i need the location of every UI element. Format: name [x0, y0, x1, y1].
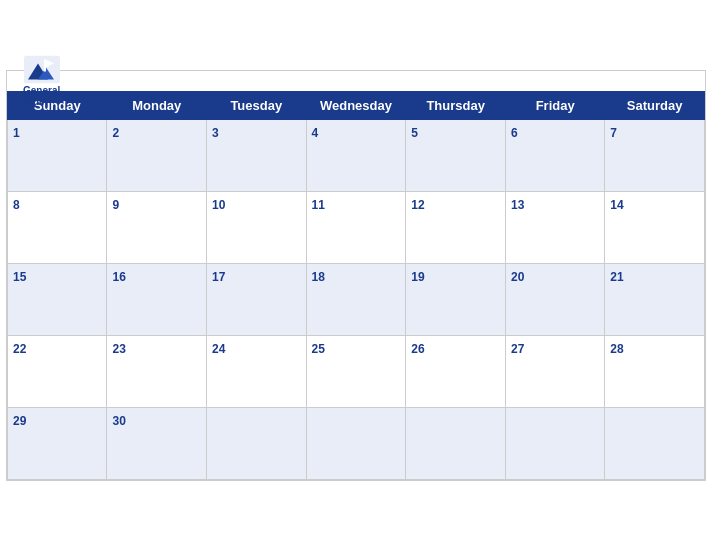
calendar-week-row: 15161718192021	[8, 263, 705, 335]
day-number: 8	[13, 198, 20, 212]
calendar-day-cell: 25	[306, 335, 406, 407]
calendar-day-cell: 20	[505, 263, 604, 335]
calendar-day-cell: 14	[605, 191, 705, 263]
day-number: 9	[112, 198, 119, 212]
calendar-day-cell	[605, 407, 705, 479]
day-number: 11	[312, 198, 325, 212]
calendar-day-cell: 30	[107, 407, 207, 479]
day-number: 10	[212, 198, 225, 212]
calendar-day-cell: 17	[207, 263, 307, 335]
calendar-day-cell	[505, 407, 604, 479]
calendar-day-cell: 2	[107, 119, 207, 191]
day-number: 16	[112, 270, 125, 284]
weekday-header: Saturday	[605, 91, 705, 119]
calendar-day-cell: 4	[306, 119, 406, 191]
weekday-header: Friday	[505, 91, 604, 119]
calendar-week-row: 891011121314	[8, 191, 705, 263]
calendar-day-cell: 21	[605, 263, 705, 335]
calendar-day-cell: 16	[107, 263, 207, 335]
day-number: 23	[112, 342, 125, 356]
day-number: 7	[610, 126, 617, 140]
calendar-day-cell: 15	[8, 263, 107, 335]
day-number: 22	[13, 342, 26, 356]
day-number: 14	[610, 198, 623, 212]
calendar-table: SundayMondayTuesdayWednesdayThursdayFrid…	[7, 91, 705, 480]
calendar-week-row: 1234567	[8, 119, 705, 191]
weekday-header-row: SundayMondayTuesdayWednesdayThursdayFrid…	[8, 91, 705, 119]
day-number: 25	[312, 342, 325, 356]
calendar-day-cell: 6	[505, 119, 604, 191]
calendar-body: 1234567891011121314151617181920212223242…	[8, 119, 705, 479]
day-number: 26	[411, 342, 424, 356]
logo: GeneralBlue	[23, 55, 60, 106]
logo-text: GeneralBlue	[23, 84, 60, 106]
calendar-week-row: 2930	[8, 407, 705, 479]
calendar-day-cell: 13	[505, 191, 604, 263]
calendar-day-cell: 11	[306, 191, 406, 263]
calendar-day-cell: 27	[505, 335, 604, 407]
calendar-day-cell	[406, 407, 506, 479]
svg-rect-3	[44, 59, 46, 71]
calendar-day-cell: 10	[207, 191, 307, 263]
calendar-day-cell: 22	[8, 335, 107, 407]
calendar-header: GeneralBlue	[7, 71, 705, 91]
day-number: 3	[212, 126, 219, 140]
day-number: 13	[511, 198, 524, 212]
day-number: 20	[511, 270, 524, 284]
calendar-day-cell	[207, 407, 307, 479]
calendar-day-cell: 29	[8, 407, 107, 479]
calendar-day-cell: 24	[207, 335, 307, 407]
calendar-day-cell: 28	[605, 335, 705, 407]
calendar-day-cell: 26	[406, 335, 506, 407]
calendar-day-cell: 7	[605, 119, 705, 191]
calendar-day-cell: 5	[406, 119, 506, 191]
calendar-day-cell	[306, 407, 406, 479]
day-number: 6	[511, 126, 518, 140]
day-number: 4	[312, 126, 319, 140]
calendar-day-cell: 19	[406, 263, 506, 335]
day-number: 1	[13, 126, 20, 140]
day-number: 21	[610, 270, 623, 284]
day-number: 27	[511, 342, 524, 356]
day-number: 2	[112, 126, 119, 140]
day-number: 24	[212, 342, 225, 356]
calendar-week-row: 22232425262728	[8, 335, 705, 407]
calendar-day-cell: 18	[306, 263, 406, 335]
calendar-day-cell: 12	[406, 191, 506, 263]
weekday-header: Tuesday	[207, 91, 307, 119]
day-number: 17	[212, 270, 225, 284]
calendar-day-cell: 8	[8, 191, 107, 263]
day-number: 5	[411, 126, 418, 140]
calendar-day-cell: 3	[207, 119, 307, 191]
weekday-header: Monday	[107, 91, 207, 119]
day-number: 30	[112, 414, 125, 428]
calendar-day-cell: 23	[107, 335, 207, 407]
weekday-header: Thursday	[406, 91, 506, 119]
day-number: 15	[13, 270, 26, 284]
day-number: 29	[13, 414, 26, 428]
calendar-day-cell: 1	[8, 119, 107, 191]
day-number: 19	[411, 270, 424, 284]
weekday-header: Wednesday	[306, 91, 406, 119]
day-number: 18	[312, 270, 325, 284]
day-number: 12	[411, 198, 424, 212]
calendar-container: GeneralBlue SundayMondayTuesdayWednesday…	[6, 70, 706, 481]
day-number: 28	[610, 342, 623, 356]
calendar-day-cell: 9	[107, 191, 207, 263]
